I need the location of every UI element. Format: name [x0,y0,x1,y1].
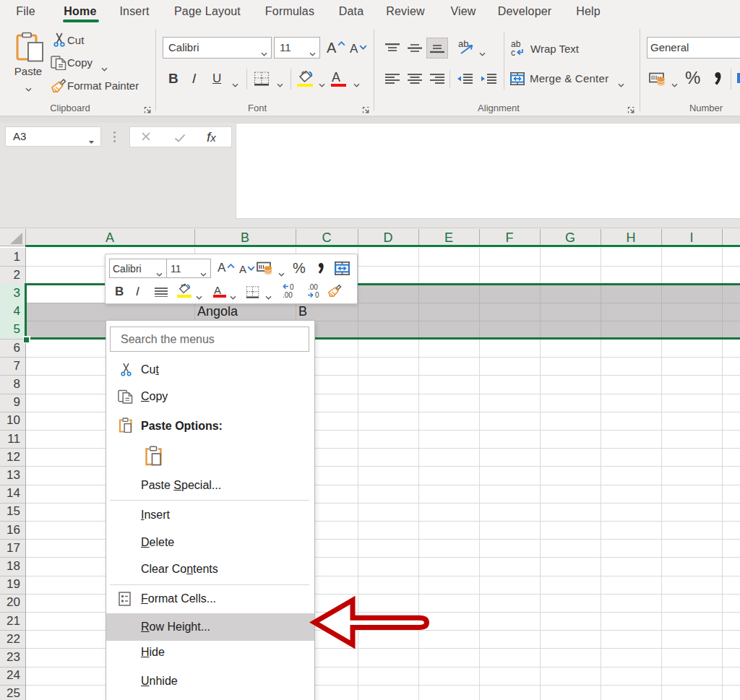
svg-text:c: c [511,48,515,57]
svg-text:0: 0 [315,291,319,298]
svg-text:ab: ab [458,39,468,49]
svg-text:.00: .00 [283,291,293,298]
svg-text:.00: .00 [308,283,318,291]
svg-text:0: 0 [290,283,294,291]
